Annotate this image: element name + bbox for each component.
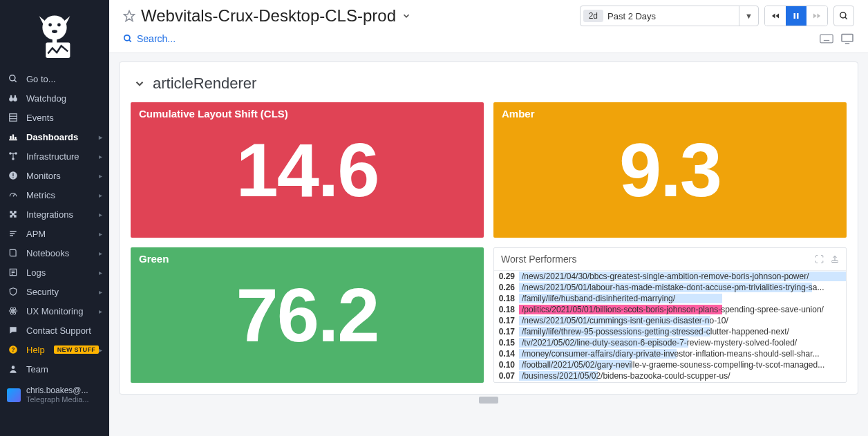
svg-point-8 <box>9 97 13 102</box>
sidebar-item-label: Dashboards <box>26 132 99 142</box>
worst-bar: /news/2021/04/30/bbcs-greatest-single-am… <box>519 271 846 282</box>
puzzle-icon <box>7 208 19 220</box>
svg-rect-12 <box>10 114 17 122</box>
sidebar-item-label: Events <box>26 113 102 123</box>
main: Webvitals-Crux-Desktop-CLS-prod 2d Past … <box>109 0 868 436</box>
svg-text:?: ? <box>12 347 15 353</box>
worst-value: 0.29 <box>494 272 519 281</box>
search-icon <box>7 73 19 85</box>
sidebar: Go to...WatchdogEventsDashboards▸Infrast… <box>0 0 109 436</box>
svg-rect-61 <box>832 261 838 263</box>
sidebar-item-help[interactable]: ?HelpNEW STUFF▸ <box>0 340 109 359</box>
sidebar-item-contact-support[interactable]: Contact Support <box>0 321 109 340</box>
worst-path: /tv/2021/05/02/line-duty-season-6-episod… <box>522 337 846 348</box>
avatar <box>7 388 21 402</box>
user-block[interactable]: chris.boakes@... Telegraph Media... <box>0 381 109 405</box>
sidebar-item-dashboards[interactable]: Dashboards▸ <box>0 127 109 146</box>
time-range-picker[interactable]: 2d Past 2 Days ▼ <box>580 6 759 26</box>
worst-row[interactable]: 0.17/news/2021/05/01/cummings-isnt-geniu… <box>494 315 846 326</box>
worst-row[interactable]: 0.07/business/2021/05/02/bidens-bazooka-… <box>494 370 846 381</box>
tile-amber[interactable]: Amber 9.3 <box>493 102 847 238</box>
worst-row[interactable]: 0.29/news/2021/04/30/bbcs-greatest-singl… <box>494 271 846 282</box>
tile-grid: Cumulative Layout Shift (CLS) 14.6 Amber… <box>131 102 847 383</box>
time-dropdown-icon[interactable]: ▼ <box>739 6 758 26</box>
export-icon[interactable] <box>831 255 839 263</box>
person-icon <box>7 363 19 375</box>
sidebar-item-logs[interactable]: Logs▸ <box>0 263 109 282</box>
sidebar-item-watchdog[interactable]: Watchdog <box>0 88 109 108</box>
chevron-right-icon: ▸ <box>99 307 102 315</box>
worst-value: 0.18 <box>494 294 519 303</box>
chevron-right-icon: ▸ <box>99 191 102 199</box>
gauge-icon <box>7 189 19 201</box>
sidebar-item-go-to[interactable]: Go to... <box>0 69 109 88</box>
worst-path: /news/2021/04/30/bbcs-greatest-single-am… <box>522 271 846 282</box>
sidebar-item-apm[interactable]: APM▸ <box>0 224 109 243</box>
svg-point-51 <box>124 35 130 41</box>
search-button[interactable] <box>833 6 854 26</box>
worst-header: Worst Performers ⛶ <box>494 248 846 271</box>
worst-path: /news/2021/05/01/labour-has-made-mistake… <box>522 282 846 293</box>
star-icon[interactable] <box>123 10 135 22</box>
worst-value: 0.15 <box>494 338 519 348</box>
tile-green[interactable]: Green 76.2 <box>131 247 484 383</box>
group-header[interactable]: articleRenderer <box>131 69 847 102</box>
svg-rect-53 <box>820 35 833 43</box>
user-org: Telegraph Media... <box>26 395 89 404</box>
svg-point-49 <box>840 12 846 18</box>
pause-button[interactable] <box>786 6 806 26</box>
sidebar-item-integrations[interactable]: Integrations▸ <box>0 205 109 224</box>
worst-title: Worst Performers <box>501 254 576 265</box>
sidebar-item-label: Watchdog <box>26 93 102 104</box>
sidebar-item-label: UX Monitoring <box>26 306 99 316</box>
drawer-handle[interactable] <box>119 395 858 406</box>
expand-icon[interactable]: ⛶ <box>815 254 824 265</box>
sidebar-item-monitors[interactable]: Monitors▸ <box>0 166 109 185</box>
svg-point-9 <box>13 97 17 102</box>
user-text: chris.boakes@... Telegraph Media... <box>26 386 89 405</box>
worst-row[interactable]: 0.18/politics/2021/05/01/billions-scots-… <box>494 304 846 315</box>
sidebar-item-label: Team <box>26 364 102 375</box>
fullscreen-icon[interactable] <box>840 33 854 44</box>
sidebar-item-infrastructure[interactable]: Infrastructure▸ <box>0 146 109 166</box>
grid-icon <box>7 111 19 124</box>
search-input[interactable]: Search... <box>137 33 176 44</box>
svg-point-41 <box>12 366 15 369</box>
worst-row[interactable]: 0.18/family/life/husband-disinherited-ma… <box>494 293 846 304</box>
worst-row[interactable]: 0.17/family/life/threw-95-possessions-ge… <box>494 326 846 337</box>
svg-rect-18 <box>15 137 16 140</box>
svg-rect-45 <box>794 13 796 19</box>
tile-value: 9.3 <box>493 102 847 238</box>
sidebar-item-label: Contact Support <box>26 325 102 336</box>
tile-cls[interactable]: Cumulative Layout Shift (CLS) 14.6 <box>131 102 484 238</box>
svg-point-0 <box>42 15 66 39</box>
worst-row[interactable]: 0.26/news/2021/05/01/labour-has-made-mis… <box>494 282 846 293</box>
sidebar-item-metrics[interactable]: Metrics▸ <box>0 185 109 205</box>
worst-row[interactable]: 0.15/tv/2021/05/02/line-duty-season-6-ep… <box>494 337 846 348</box>
worst-row[interactable]: 0.10/football/2021/05/02/gary-neville-v-… <box>494 359 846 370</box>
sidebar-item-team[interactable]: Team <box>0 359 109 379</box>
keyboard-icon[interactable] <box>820 34 833 44</box>
sidebar-item-label: Integrations <box>26 209 99 220</box>
tile-worst-performers[interactable]: Worst Performers ⛶ 0.29/news/2021/04/30/… <box>493 247 847 383</box>
sidebar-item-security[interactable]: Security▸ <box>0 282 109 301</box>
time-pill: 2d <box>583 10 603 22</box>
forward-button[interactable] <box>806 6 827 26</box>
sidebar-item-ux-monitoring[interactable]: UX Monitoring▸ <box>0 301 109 321</box>
worst-path: /news/2021/05/01/cummings-isnt-genius-di… <box>522 315 846 326</box>
svg-rect-25 <box>12 173 13 177</box>
rewind-button[interactable] <box>765 6 786 26</box>
sidebar-item-label: Help <box>26 345 50 355</box>
user-name: chris.boakes@... <box>26 386 89 395</box>
svg-rect-59 <box>842 35 853 41</box>
chat-icon <box>7 324 19 337</box>
worst-row[interactable]: 0.14/money/consumer-affairs/diary-privat… <box>494 348 846 359</box>
playback-controls <box>764 6 828 26</box>
svg-marker-43 <box>772 14 775 19</box>
search-icon <box>123 34 133 44</box>
sidebar-item-notebooks[interactable]: Notebooks▸ <box>0 243 109 263</box>
new-badge: NEW STUFF <box>54 345 99 354</box>
title-dropdown-icon[interactable] <box>402 11 411 21</box>
sidebar-item-events[interactable]: Events <box>0 108 109 127</box>
alert-icon <box>7 169 19 182</box>
